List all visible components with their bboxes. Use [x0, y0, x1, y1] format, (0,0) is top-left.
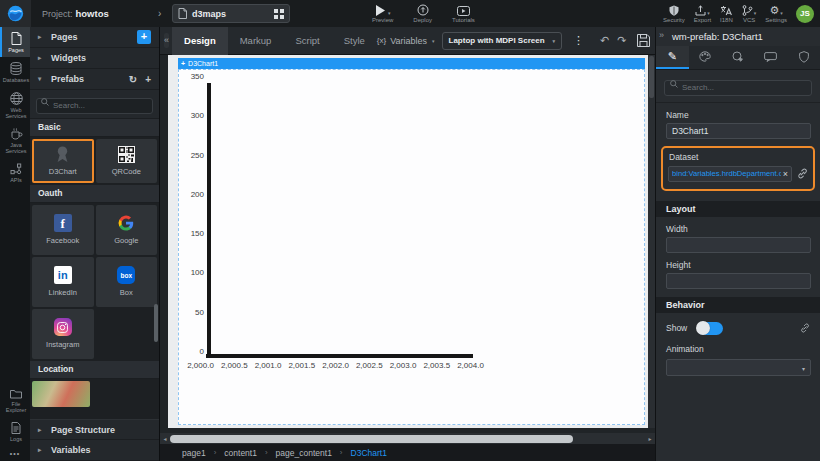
dataset-value-box[interactable]: bind:Variables.hrdbDepartment.dataSe × [668, 166, 792, 182]
dataset-bind-expression: bind:Variables.hrdbDepartment.dataSe [672, 169, 781, 178]
add-prefab-icon[interactable]: + [145, 74, 151, 85]
left-panel: ▸ Pages + ▸ Widgets ▾ Prefabs ↻ + Basic [30, 27, 160, 461]
properties-tabs: ✎ [656, 46, 820, 70]
animation-select[interactable]: ▾ [666, 359, 811, 376]
caret-right-icon: ▸ [38, 446, 45, 454]
width-input[interactable] [666, 237, 811, 253]
tab-markup[interactable]: Markup [228, 27, 284, 55]
tab-inspect[interactable] [722, 46, 755, 69]
name-input[interactable] [666, 123, 811, 139]
prefab-tile-qrcode[interactable]: QRCode [96, 139, 158, 183]
left-panel-scrollbar[interactable] [154, 304, 158, 342]
breadcrumb-page1[interactable]: page1 [182, 448, 206, 458]
breadcrumb-chevron-icon: › [158, 8, 161, 19]
tab-styles[interactable] [689, 46, 722, 69]
coffee-cup-icon [10, 128, 23, 140]
section-widgets[interactable]: ▸ Widgets [30, 48, 159, 69]
vertical-scroll-thumb[interactable] [649, 56, 654, 98]
bind-link-icon[interactable] [797, 168, 808, 179]
palette-icon [699, 51, 711, 62]
section-prefabs[interactable]: ▾ Prefabs ↻ + [30, 69, 159, 90]
rail-item-apis[interactable]: APIs [0, 158, 30, 187]
d3chart-widget[interactable]: + D3Chart1 350300 250200 150100 500 2,00… [178, 58, 645, 425]
app-window: Project:howtos › d3maps ▾ Preview Deploy [0, 0, 820, 461]
tutorials-button[interactable]: Tutorials [452, 5, 475, 23]
chart-x-axis-labels: 2,000.02,000.5 2,001.02,001.5 2,002.02,0… [184, 361, 487, 370]
tab-security[interactable] [787, 46, 820, 69]
design-canvas[interactable]: + D3Chart1 350300 250200 150100 500 2,00… [168, 55, 648, 428]
i18n-button[interactable]: I18N [720, 5, 733, 23]
show-bind-link-icon[interactable] [800, 323, 810, 333]
variables-button[interactable]: {x} Variables ▾ [377, 36, 435, 46]
canvas-vertical-scrollbar[interactable] [648, 55, 655, 428]
project-title: Project:howtos [42, 8, 109, 19]
user-avatar[interactable]: JS [796, 5, 814, 23]
tab-script[interactable]: Script [283, 27, 331, 55]
collapse-right-panel-button[interactable]: » [659, 30, 664, 40]
breadcrumb-page-content1[interactable]: page_content1 [276, 448, 332, 458]
tab-style[interactable]: Style [332, 27, 377, 55]
rail-more-button[interactable]: ••• [0, 446, 30, 461]
widget-selection-bar[interactable]: + D3Chart1 [178, 58, 645, 69]
prefab-tile-map[interactable] [32, 381, 90, 407]
breadcrumb-separator: › [265, 448, 268, 457]
page-selector[interactable]: d3maps [172, 4, 290, 23]
vcs-button[interactable]: ▾ VCS [742, 5, 757, 23]
prefab-search-input[interactable] [36, 98, 153, 114]
properties-panel: » wm-prefab: D3Chart1 ✎ Name Dataset bin… [655, 27, 820, 461]
clear-binding-icon[interactable]: × [783, 169, 788, 179]
rail-item-file-explorer[interactable]: File Explorer [0, 384, 30, 417]
undo-button[interactable]: ↶ [596, 34, 613, 47]
rail-item-java-services[interactable]: Java Services [0, 123, 30, 158]
redo-button[interactable]: ↷ [613, 34, 630, 47]
rail-item-databases[interactable]: Databases [0, 57, 30, 87]
prefab-tile-google[interactable]: Google [96, 205, 158, 255]
pages-grid-icon[interactable] [274, 9, 284, 19]
add-page-button[interactable]: + [137, 30, 151, 44]
section-page-structure[interactable]: ▸ Page Structure [30, 419, 159, 440]
wavemaker-logo[interactable] [0, 0, 31, 27]
more-options-button[interactable]: ⋮ [569, 34, 588, 47]
horizontal-scroll-thumb[interactable] [170, 435, 573, 443]
properties-search [656, 70, 820, 103]
tab-events[interactable] [754, 46, 787, 69]
prefab-tile-linkedin[interactable]: in LinkedIn [32, 257, 94, 307]
deploy-button[interactable]: Deploy [413, 5, 432, 23]
canvas-horizontal-scrollbar[interactable]: ◂ ▸ [160, 433, 655, 444]
box-icon: box [117, 266, 135, 284]
section-pages[interactable]: ▸ Pages + [30, 27, 159, 48]
device-selector[interactable]: Laptop with MDPI Screen ▾ [442, 32, 563, 50]
qrcode-icon [118, 146, 135, 163]
page-file-icon [178, 8, 187, 19]
rail-item-web-services[interactable]: Web Services [0, 87, 30, 123]
chart-plot-area[interactable]: 350300 250200 150100 500 2,000.02,000.5 … [178, 69, 645, 425]
prefab-list: Basic D3Chart QRCode Oauth f Facebook [30, 119, 159, 420]
scroll-left-arrow[interactable]: ◂ [160, 435, 170, 442]
section-variables[interactable]: ▸ Variables [30, 440, 159, 461]
collapse-left-panel-button[interactable]: « [164, 33, 169, 48]
rail-item-logs[interactable]: Logs [0, 417, 30, 446]
save-button[interactable] [631, 34, 656, 47]
chart-x-axis-line [206, 354, 473, 358]
settings-button[interactable]: ⚙▾ Settings [765, 5, 787, 23]
top-right-actions: Security ▾ Export I18N ▾ VCS ⚙▾ Settings… [663, 0, 814, 27]
scroll-right-arrow[interactable]: ▸ [645, 435, 655, 442]
tab-design[interactable]: Design [172, 27, 228, 55]
export-button[interactable]: ▾ Export [694, 5, 711, 23]
prefab-tile-box[interactable]: box Box [96, 257, 158, 307]
security-button[interactable]: Security [663, 5, 685, 23]
refresh-prefabs-icon[interactable]: ↻ [129, 74, 137, 85]
properties-search-input[interactable] [664, 80, 812, 96]
prefab-tile-d3chart[interactable]: D3Chart [32, 139, 94, 183]
breadcrumb-d3chart1[interactable]: D3Chart1 [351, 448, 387, 458]
rail-item-pages[interactable]: Pages [0, 27, 30, 57]
show-toggle[interactable] [697, 322, 723, 335]
prefab-tile-instagram[interactable]: Instagram [32, 309, 94, 359]
prefab-tile-facebook[interactable]: f Facebook [32, 205, 94, 255]
height-input[interactable] [666, 273, 811, 289]
breadcrumb-content1[interactable]: content1 [224, 448, 257, 458]
d3chart-medal-icon [55, 145, 70, 163]
tab-properties[interactable]: ✎ [656, 46, 689, 69]
preview-button[interactable]: ▾ Preview [372, 5, 393, 23]
gear-icon: ⚙ [769, 5, 779, 16]
